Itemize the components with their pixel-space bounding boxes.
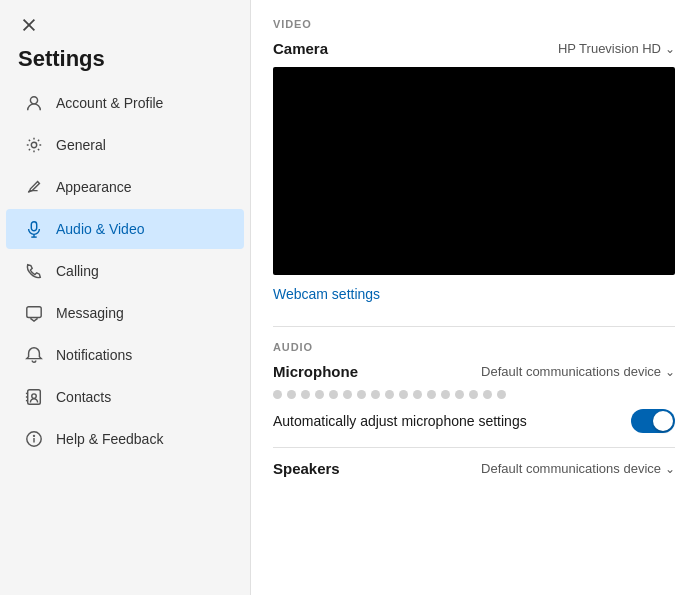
chevron-down-icon: ⌄ bbox=[665, 42, 675, 56]
sidebar-item-audio-video-label: Audio & Video bbox=[56, 221, 144, 237]
video-section: VIDEO Camera HP Truevision HD ⌄ Webcam s… bbox=[273, 18, 675, 316]
divider bbox=[273, 326, 675, 327]
svg-rect-4 bbox=[31, 222, 36, 231]
sidebar-nav: Account & Profile General Appearance bbox=[0, 82, 250, 595]
speakers-section: Speakers Default communications device ⌄ bbox=[273, 447, 675, 477]
toggle-knob bbox=[653, 411, 673, 431]
mic-dot-1 bbox=[273, 390, 282, 399]
mic-dot-8 bbox=[371, 390, 380, 399]
mic-dot-12 bbox=[427, 390, 436, 399]
svg-rect-7 bbox=[27, 307, 41, 318]
mic-dot-11 bbox=[413, 390, 422, 399]
main-content: VIDEO Camera HP Truevision HD ⌄ Webcam s… bbox=[251, 0, 697, 595]
sidebar-item-contacts[interactable]: Contacts bbox=[6, 377, 244, 417]
mic-dot-9 bbox=[385, 390, 394, 399]
sidebar-item-audio-video[interactable]: Audio & Video bbox=[6, 209, 244, 249]
webcam-settings-link[interactable]: Webcam settings bbox=[273, 286, 380, 302]
mic-dot-2 bbox=[287, 390, 296, 399]
mic-dot-3 bbox=[301, 390, 310, 399]
sidebar-item-messaging-label: Messaging bbox=[56, 305, 124, 321]
microphone-value: Default communications device bbox=[481, 364, 661, 379]
microphone-label: Microphone bbox=[273, 363, 358, 380]
sidebar-item-general-label: General bbox=[56, 137, 106, 153]
mic-dot-16 bbox=[483, 390, 492, 399]
mic-dot-6 bbox=[343, 390, 352, 399]
sidebar-item-help-label: Help & Feedback bbox=[56, 431, 163, 447]
sidebar-item-account[interactable]: Account & Profile bbox=[6, 83, 244, 123]
sidebar-item-notifications-label: Notifications bbox=[56, 347, 132, 363]
gear-icon bbox=[24, 135, 44, 155]
camera-dropdown[interactable]: HP Truevision HD ⌄ bbox=[558, 41, 675, 56]
mic-dot-5 bbox=[329, 390, 338, 399]
chevron-down-icon-speakers: ⌄ bbox=[665, 462, 675, 476]
speakers-dropdown[interactable]: Default communications device ⌄ bbox=[481, 461, 675, 476]
sidebar-item-calling-label: Calling bbox=[56, 263, 99, 279]
contacts-icon bbox=[24, 387, 44, 407]
auto-adjust-label: Automatically adjust microphone settings bbox=[273, 413, 527, 429]
sidebar-item-account-label: Account & Profile bbox=[56, 95, 163, 111]
person-icon bbox=[24, 93, 44, 113]
mic-dot-14 bbox=[455, 390, 464, 399]
sidebar-item-calling[interactable]: Calling bbox=[6, 251, 244, 291]
mic-dot-15 bbox=[469, 390, 478, 399]
sidebar-header bbox=[0, 0, 250, 42]
camera-preview bbox=[273, 67, 675, 275]
speakers-label: Speakers bbox=[273, 460, 340, 477]
svg-point-2 bbox=[30, 97, 37, 104]
mic-dot-13 bbox=[441, 390, 450, 399]
sidebar-item-contacts-label: Contacts bbox=[56, 389, 111, 405]
sidebar: Settings Account & Profile General bbox=[0, 0, 251, 595]
microphone-row: Microphone Default communications device… bbox=[273, 363, 675, 380]
camera-value: HP Truevision HD bbox=[558, 41, 661, 56]
mic-dot-7 bbox=[357, 390, 366, 399]
sidebar-item-appearance-label: Appearance bbox=[56, 179, 132, 195]
mic-icon bbox=[24, 219, 44, 239]
camera-label: Camera bbox=[273, 40, 328, 57]
mic-dot-4 bbox=[315, 390, 324, 399]
speakers-row: Speakers Default communications device ⌄ bbox=[273, 460, 675, 477]
mic-dot-10 bbox=[399, 390, 408, 399]
sidebar-item-messaging[interactable]: Messaging bbox=[6, 293, 244, 333]
chat-icon bbox=[24, 303, 44, 323]
svg-point-15 bbox=[34, 435, 35, 436]
mic-dot-17 bbox=[497, 390, 506, 399]
sidebar-item-general[interactable]: General bbox=[6, 125, 244, 165]
camera-row: Camera HP Truevision HD ⌄ bbox=[273, 40, 675, 57]
close-button[interactable] bbox=[18, 14, 40, 36]
sidebar-item-appearance[interactable]: Appearance bbox=[6, 167, 244, 207]
info-icon bbox=[24, 429, 44, 449]
phone-icon bbox=[24, 261, 44, 281]
sidebar-item-help[interactable]: Help & Feedback bbox=[6, 419, 244, 459]
auto-adjust-row: Automatically adjust microphone settings bbox=[273, 409, 675, 433]
close-icon bbox=[20, 16, 38, 34]
mic-level-indicator bbox=[273, 390, 675, 399]
sidebar-item-notifications[interactable]: Notifications bbox=[6, 335, 244, 375]
svg-point-3 bbox=[31, 142, 36, 147]
audio-section: AUDIO Microphone Default communications … bbox=[273, 341, 675, 477]
video-section-label: VIDEO bbox=[273, 18, 675, 30]
audio-section-label: AUDIO bbox=[273, 341, 675, 353]
brush-icon bbox=[24, 177, 44, 197]
microphone-dropdown[interactable]: Default communications device ⌄ bbox=[481, 364, 675, 379]
svg-point-12 bbox=[32, 394, 37, 399]
settings-title: Settings bbox=[0, 42, 250, 82]
chevron-down-icon-mic: ⌄ bbox=[665, 365, 675, 379]
svg-rect-8 bbox=[28, 390, 41, 404]
speakers-value: Default communications device bbox=[481, 461, 661, 476]
bell-icon bbox=[24, 345, 44, 365]
auto-adjust-toggle[interactable] bbox=[631, 409, 675, 433]
